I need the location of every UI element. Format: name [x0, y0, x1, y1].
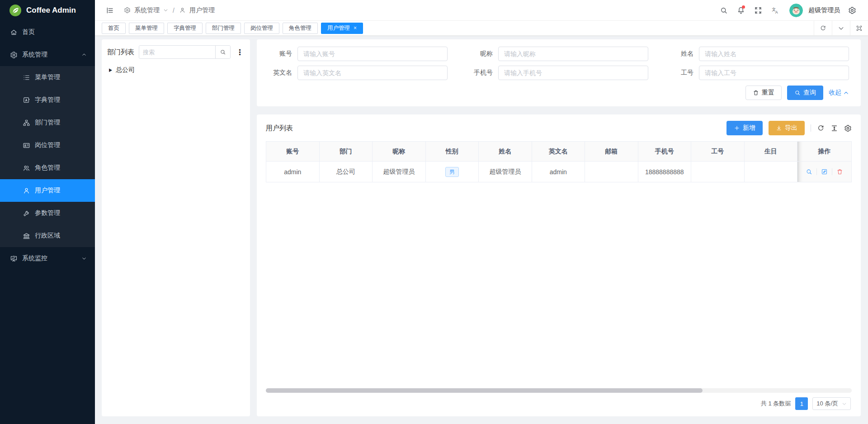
breadcrumb-page: 用户管理	[189, 6, 215, 14]
table-toolbar-actions: 新增 导出	[726, 121, 852, 135]
pagination-total: 共 1 条数据	[761, 400, 791, 408]
page-number-button[interactable]: 1	[795, 397, 808, 410]
sidebar-item-label: 用户管理	[35, 186, 60, 195]
table-refresh-button[interactable]	[817, 124, 825, 132]
scrollbar-thumb[interactable]	[266, 388, 703, 393]
tab-dict-mgmt[interactable]: 字典管理	[167, 23, 203, 34]
sidebar-item-home[interactable]: 首页	[0, 21, 95, 43]
refresh-icon	[817, 124, 825, 132]
menu-fold-button[interactable]	[102, 0, 118, 21]
phone-input[interactable]	[498, 66, 648, 80]
col-account: 账号	[266, 142, 320, 162]
delete-button[interactable]	[832, 168, 847, 175]
brand-logo-icon	[9, 4, 22, 17]
notification-badge	[742, 5, 745, 9]
search-filter-panel: 账号 昵称 姓名 英文名	[257, 39, 861, 106]
cell-nickname: 超级管理员	[373, 162, 426, 182]
column-settings-button[interactable]	[844, 124, 852, 132]
table-empty-space	[266, 182, 852, 388]
collapse-toggle[interactable]: 收起	[829, 89, 849, 97]
department-panel: 部门列表 ⋮ ▶ 总公司	[102, 39, 250, 416]
sidebar-item-region-mgmt[interactable]: 行政区域	[0, 224, 95, 247]
tabs-menu-button[interactable]	[832, 21, 850, 35]
sidebar-item-role-mgmt[interactable]: 角色管理	[0, 157, 95, 179]
tab-user-mgmt[interactable]: 用户管理 ×	[321, 23, 363, 34]
tab-post-mgmt[interactable]: 岗位管理	[244, 23, 279, 34]
id-card-icon	[23, 142, 30, 149]
search-button[interactable]	[716, 0, 731, 21]
sidebar-item-label: 系统管理	[22, 51, 47, 59]
sidebar-item-post-mgmt[interactable]: 岗位管理	[0, 134, 95, 157]
department-more-button[interactable]: ⋮	[235, 48, 245, 57]
chevron-down-icon	[163, 8, 168, 13]
tab-close-icon[interactable]: ×	[354, 25, 357, 31]
col-en-name: 英文名	[532, 142, 585, 162]
tab-menu-mgmt[interactable]: 菜单管理	[129, 23, 164, 34]
sidebar-item-user-mgmt[interactable]: 用户管理	[0, 179, 95, 202]
export-button[interactable]: 导出	[769, 121, 805, 135]
department-panel-title: 部门列表	[107, 48, 134, 57]
table-row[interactable]: admin 总公司 超级管理员 男 超级管理员 admin 1888888888…	[266, 162, 852, 182]
job-no-input[interactable]	[699, 66, 849, 80]
account-input[interactable]	[297, 47, 448, 61]
fullscreen-icon	[754, 6, 762, 14]
chevron-up-icon	[81, 52, 87, 57]
filter-field-account: 账号	[269, 47, 448, 61]
page-size-select[interactable]: 10 条/页	[812, 397, 851, 410]
maximize-icon	[856, 25, 863, 32]
department-panel-header: 部门列表 ⋮	[107, 45, 245, 59]
tab-dept-mgmt[interactable]: 部门管理	[206, 23, 241, 34]
cell-en-name: admin	[532, 162, 585, 182]
fullscreen-button[interactable]	[750, 0, 766, 21]
sidebar-item-label: 首页	[22, 28, 35, 36]
current-user-name[interactable]: 超级管理员	[808, 6, 840, 14]
gear-icon	[10, 51, 18, 59]
trash-icon	[836, 168, 843, 175]
sidebar-item-dept-mgmt[interactable]: 部门管理	[0, 111, 95, 134]
tab-home[interactable]: 首页	[102, 23, 126, 34]
col-nickname: 昵称	[373, 142, 426, 162]
sidebar-item-system-mgmt[interactable]: 系统管理	[0, 43, 95, 66]
tabs-refresh-button[interactable]	[814, 21, 832, 35]
en-name-input[interactable]	[297, 66, 448, 80]
col-phone: 手机号	[638, 142, 691, 162]
col-birthday: 生日	[744, 142, 797, 162]
user-icon	[179, 7, 186, 14]
dictionary-icon	[23, 96, 30, 104]
query-button[interactable]: 查询	[787, 86, 823, 100]
tree-node-head-office[interactable]: ▶ 总公司	[107, 66, 245, 74]
department-search-input[interactable]	[139, 46, 215, 58]
name-input[interactable]	[699, 47, 849, 61]
tab-role-mgmt[interactable]: 角色管理	[283, 23, 318, 34]
row-height-button[interactable]	[830, 124, 838, 132]
filter-fields: 账号 昵称 姓名 英文名	[269, 47, 849, 80]
refresh-icon	[820, 25, 826, 32]
filter-field-phone: 手机号	[469, 66, 648, 80]
avatar[interactable]	[789, 4, 803, 17]
sidebar-item-menu-mgmt[interactable]: 菜单管理	[0, 66, 95, 89]
view-button[interactable]	[802, 168, 817, 175]
view-icon	[806, 168, 812, 175]
nickname-input[interactable]	[498, 47, 648, 61]
reset-button[interactable]: 重置	[745, 86, 782, 100]
tree-expand-icon[interactable]: ▶	[109, 67, 112, 73]
edit-button[interactable]	[817, 168, 832, 175]
add-button[interactable]: 新增	[726, 121, 763, 135]
row-height-icon	[830, 124, 838, 132]
settings-button[interactable]	[844, 0, 860, 21]
table-title: 用户列表	[266, 124, 293, 133]
maximize-button[interactable]	[850, 21, 868, 35]
wrench-icon	[23, 210, 30, 217]
sidebar: Coffee Admin 首页 系统管理 菜单管理 字典管理	[0, 0, 95, 424]
search-icon	[720, 6, 728, 14]
cell-dept: 总公司	[319, 162, 373, 182]
cell-job-no	[691, 162, 745, 182]
sidebar-item-monitor[interactable]: 系统监控	[0, 247, 95, 270]
sidebar-item-dict-mgmt[interactable]: 字典管理	[0, 89, 95, 111]
department-search-button[interactable]	[215, 46, 230, 58]
translate-button[interactable]: 文A	[768, 0, 783, 21]
breadcrumb-section[interactable]: 系统管理	[134, 6, 160, 14]
filter-field-job-no: 工号	[670, 66, 849, 80]
notifications-button[interactable]	[733, 0, 749, 21]
sidebar-item-param-mgmt[interactable]: 参数管理	[0, 202, 95, 224]
